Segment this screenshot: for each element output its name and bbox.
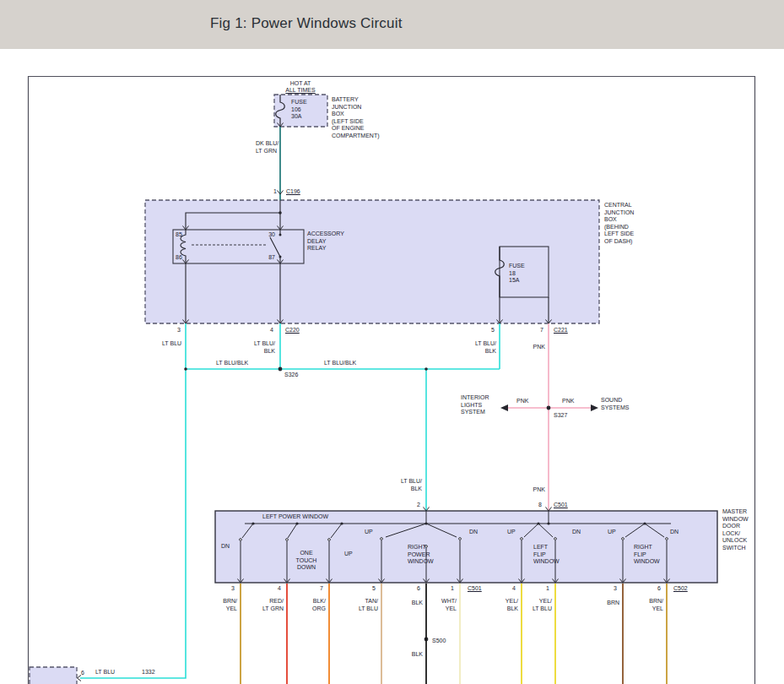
bus-dot xyxy=(537,522,539,524)
accessory-delay-relay-label: ACCESSORY DELAY RELAY xyxy=(307,231,344,252)
dn-right-window-label: DN xyxy=(469,529,478,536)
connector-c196: C196 xyxy=(286,188,300,196)
junction-dot xyxy=(424,367,428,371)
wire-label-blk-2: BLK xyxy=(394,651,423,659)
out-pin-6: 6 xyxy=(407,585,420,593)
splice-s327-label: S327 xyxy=(554,412,567,420)
central-junction-box-label: CENTRAL JUNCTION BOX (BEHIND LEFT SIDE O… xyxy=(604,202,634,246)
master-switch-label: MASTER WINDOW DOOR LOCK/ UNLOCK SWITCH xyxy=(722,508,749,552)
wire-label-brn-yel-1: BRN/ YEL xyxy=(208,598,237,612)
cjb-pin-3: 3 xyxy=(167,327,181,334)
cjb-pin-5: 5 xyxy=(481,327,495,334)
relay-pin-85: 85 xyxy=(176,231,182,239)
switch-pin-8: 8 xyxy=(528,502,542,509)
dn-left-window-label: DN xyxy=(221,543,230,551)
out-pin-6b: 6 xyxy=(647,585,661,593)
fuse-106-label: FUSE 106 30A xyxy=(291,99,307,121)
splice-s500-label: S500 xyxy=(432,638,446,645)
connector-c220: C220 xyxy=(285,327,300,334)
wire-label-pnk-pin8: PNK xyxy=(523,486,545,494)
relay-contact xyxy=(279,256,282,258)
wire-label-brn: BRN xyxy=(591,600,619,607)
arrow-left-icon xyxy=(500,404,508,411)
bus-dot xyxy=(340,522,343,524)
circuit-number-1332: 1332 xyxy=(142,669,155,676)
wire-label-blk: BLK xyxy=(394,600,423,607)
relay-pin-30: 30 xyxy=(262,231,275,239)
wiring-diagram-page: Fig 1: Power Windows Circuit xyxy=(0,0,784,684)
up-right-window-label: UP xyxy=(365,529,373,536)
battery-junction-box-label: BATTERY JUNCTION BOX (LEFT SIDE OF ENGIN… xyxy=(332,96,380,140)
wire-lt-blu-1332 xyxy=(80,323,186,678)
interior-lights-system-label: INTERIOR LIGHTS SYSTEM xyxy=(461,394,489,416)
pnk-wires xyxy=(506,323,592,511)
bottom-left-lt-blu-label: LT BLU xyxy=(95,669,115,676)
diagram-border xyxy=(29,77,755,684)
bus-dot xyxy=(251,522,254,524)
out-pin-7: 7 xyxy=(310,585,323,593)
left-power-window-title: LEFT POWER WINDOW xyxy=(262,513,328,521)
wire-label-lt-blu-blk-pin2: LT BLU/ BLK xyxy=(398,478,422,492)
wire-label-red-lt-grn: RED/ LT GRN xyxy=(248,598,284,612)
c196-pin-number: 1 xyxy=(263,188,277,196)
out-pin-3: 3 xyxy=(221,585,235,593)
out-pin-4b: 4 xyxy=(502,585,516,593)
wire-label-lt-blu: LT BLU xyxy=(162,340,181,348)
up-left-flip-label: UP xyxy=(507,529,516,536)
dn-right-flip-label: DN xyxy=(670,529,679,536)
connector-c502: C502 xyxy=(673,585,688,593)
bus-dot xyxy=(547,522,549,524)
relay-contact xyxy=(279,234,282,236)
junction-boxes xyxy=(30,95,599,684)
bus-dot xyxy=(643,522,646,524)
left-flip-window-label: LEFT FLIP WINDOW xyxy=(533,544,560,566)
dn-left-flip-label: DN xyxy=(572,529,581,536)
wire-label-lt-blu-blk-pin5: LT BLU/ BLK xyxy=(473,340,496,355)
fuse-18-label: FUSE 18 15A xyxy=(509,263,525,285)
bus-dot xyxy=(424,522,427,524)
wire-label-lt-blu-blk-right: LT BLU/BLK xyxy=(324,360,356,367)
wire-label-yel-lt-blu: YEL/ LT BLU xyxy=(516,598,552,612)
cjb-pin-7: 7 xyxy=(530,327,543,334)
wire-label-brn-yel-2: BRN/ YEL xyxy=(630,598,663,612)
sound-systems-label: SOUND SYSTEMS xyxy=(601,397,629,411)
wire-label-pnk-right: PNK xyxy=(562,398,574,405)
out-pin-1b: 1 xyxy=(536,585,549,593)
wire-label-blk-org: BLK/ ORG xyxy=(297,598,326,612)
relay-pin-86: 86 xyxy=(176,254,182,262)
splice-s327 xyxy=(547,406,551,410)
all-times-label: ALL TIMES xyxy=(275,87,326,95)
junction-dot xyxy=(278,211,282,214)
right-power-window-label: RIGHT POWER WINDOW xyxy=(408,544,434,566)
connector-c501-bottom: C501 xyxy=(468,585,482,593)
splice-s326 xyxy=(278,367,283,372)
wire-label-dk-blu-lt-grn: DK BLU/ LT GRN xyxy=(256,140,278,155)
out-pin-3b: 3 xyxy=(603,585,617,593)
wire-label-lt-blu-blk-left: LT BLU/BLK xyxy=(216,360,248,367)
wire-label-wht-yel: WHT/ YEL xyxy=(428,598,457,612)
wire-label-lt-blu-blk-c220: LT BLU/ BLK xyxy=(251,340,275,355)
junction-dot xyxy=(184,367,187,371)
splice-s326-label: S326 xyxy=(284,372,298,379)
right-flip-window-label: RIGHT FLIP WINDOW xyxy=(634,544,660,566)
wire-label-pnk-pin7: PNK xyxy=(532,344,545,351)
connector-c501-top: C501 xyxy=(554,502,568,509)
up-left-window-label: UP xyxy=(344,551,353,558)
one-touch-down-label: ONE TOUCH DOWN xyxy=(292,550,321,572)
wire-label-tan-lt-blu: TAN/ LT BLU xyxy=(343,598,378,612)
diagram-graphics xyxy=(0,0,784,684)
bottom-left-pin-6: 6 xyxy=(81,670,84,677)
wire-label-pnk-left: PNK xyxy=(516,398,528,405)
out-pin-5: 5 xyxy=(362,585,376,593)
cjb-pin-4: 4 xyxy=(260,327,273,334)
up-right-flip-label: UP xyxy=(608,529,616,536)
out-pin-1: 1 xyxy=(441,585,454,593)
bottom-left-connector-box xyxy=(30,667,77,684)
wire-label-yel-blk: YEL/ BLK xyxy=(489,598,518,612)
bus-dot xyxy=(295,522,298,524)
relay-pin-87: 87 xyxy=(262,254,275,262)
central-junction-box xyxy=(145,200,599,323)
out-pin-4: 4 xyxy=(268,585,281,593)
switch-pin-2: 2 xyxy=(407,502,420,509)
connector-c221: C221 xyxy=(554,327,568,334)
